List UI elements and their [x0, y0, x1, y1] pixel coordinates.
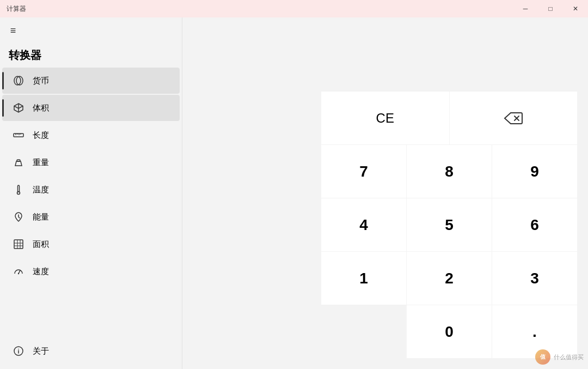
svg-rect-2 [14, 134, 23, 137]
sidebar-item-volume[interactable]: 体积 [2, 95, 180, 121]
button-4[interactable]: 4 [321, 198, 406, 251]
sidebar-label-energy: 能量 [33, 212, 49, 222]
backspace-button[interactable] [450, 92, 578, 144]
right-panel: CE 7 8 9 4 5 6 1 2 3 [182, 17, 588, 369]
svg-point-16 [18, 273, 19, 274]
hamburger-menu-button[interactable]: ≡ [0, 17, 26, 44]
empty-cell [321, 305, 406, 358]
cube-icon [11, 100, 26, 116]
button-1[interactable]: 1 [321, 252, 406, 305]
sidebar-item-speed[interactable]: 速度 [2, 258, 180, 285]
button-7[interactable]: 7 [321, 145, 406, 198]
sidebar-item-currency[interactable]: 货币 [2, 68, 180, 94]
maximize-button[interactable]: □ [538, 0, 563, 17]
sidebar-label-area: 面积 [33, 239, 49, 250]
speed-icon [11, 264, 26, 279]
sidebar-label-length: 长度 [33, 130, 49, 141]
sidebar-item-about[interactable]: 关于 [2, 338, 180, 364]
sidebar-label-weight: 重量 [33, 158, 49, 168]
close-button[interactable]: ✕ [563, 0, 588, 17]
sidebar-label-currency: 货币 [33, 76, 49, 86]
ce-button[interactable]: CE [321, 92, 449, 144]
button-5[interactable]: 5 [407, 198, 492, 251]
weight-icon [11, 155, 26, 170]
coin-icon [11, 73, 26, 88]
hamburger-icon: ≡ [10, 25, 16, 37]
sidebar-label-volume: 体积 [33, 103, 49, 113]
number-grid: 7 8 9 4 5 6 1 2 3 [321, 145, 577, 305]
sidebar-item-energy[interactable]: 能量 [2, 204, 180, 230]
sidebar-label-speed: 速度 [33, 267, 49, 277]
watermark-icon: 值 [535, 349, 550, 365]
sidebar: ≡ 转换器 货币 体积 [0, 17, 182, 369]
numpad-area: CE 7 8 9 4 5 6 1 2 3 [321, 92, 577, 358]
button-8[interactable]: 8 [407, 145, 492, 198]
watermark-text: 什么值得买 [554, 353, 584, 361]
button-2[interactable]: 2 [407, 252, 492, 305]
titlebar: 计算器 ─ □ ✕ [0, 0, 588, 17]
sidebar-footer: 关于 [0, 337, 182, 369]
sidebar-item-temp[interactable]: 温度 [2, 177, 180, 203]
svg-point-9 [17, 192, 20, 195]
button-6[interactable]: 6 [492, 198, 577, 251]
button-3[interactable]: 3 [492, 252, 577, 305]
svg-rect-7 [17, 160, 20, 161]
button-9[interactable]: 9 [492, 145, 577, 198]
sidebar-item-area[interactable]: 面积 [2, 231, 180, 257]
svg-rect-10 [14, 240, 23, 249]
thermometer-icon [11, 182, 26, 197]
button-0[interactable]: 0 [407, 305, 492, 358]
sidebar-item-weight[interactable]: 重量 [2, 149, 180, 176]
minimize-button[interactable]: ─ [513, 0, 538, 17]
energy-icon [11, 209, 26, 225]
sidebar-section-title: 转换器 [0, 44, 182, 67]
ruler-icon [11, 128, 26, 143]
watermark: 值 什么值得买 [535, 349, 584, 365]
sidebar-label-about: 关于 [33, 346, 49, 356]
main-layout: ≡ 转换器 货币 体积 [0, 17, 588, 369]
svg-rect-8 [18, 185, 20, 192]
window-controls: ─ □ ✕ [513, 0, 588, 17]
top-row: CE [321, 92, 577, 144]
app-title: 计算器 [7, 4, 26, 14]
svg-point-19 [18, 349, 19, 350]
sidebar-item-length[interactable]: 长度 [2, 122, 180, 148]
sidebar-label-temp: 温度 [33, 185, 49, 195]
info-icon [11, 343, 26, 359]
area-icon [11, 237, 26, 252]
